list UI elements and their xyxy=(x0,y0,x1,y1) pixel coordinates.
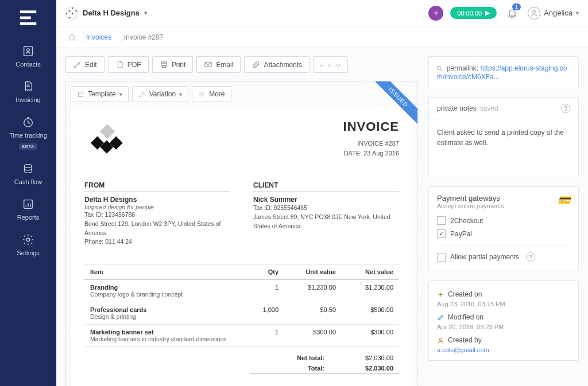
notifications-button[interactable]: 1 xyxy=(504,5,521,22)
sidebar: Contacts Invoicing Time tracking BETA Ca… xyxy=(0,0,56,386)
svg-point-6 xyxy=(25,165,32,168)
client-name: Nick Summer xyxy=(253,196,399,204)
from-block: FROM Delta H Designs Inspired design for… xyxy=(84,181,230,247)
notes-body[interactable]: Client asked to send a printed copy of t… xyxy=(429,119,578,177)
client-block: CLIENT Nick Summer Tax ID: 9255546465 Ja… xyxy=(253,181,399,247)
item-qty: 1 xyxy=(250,280,284,302)
sidebar-item-reports[interactable]: Reports xyxy=(0,192,56,228)
chevron-down-icon: ▾ xyxy=(576,10,579,16)
email-button[interactable]: Email xyxy=(196,56,241,73)
attachments-button[interactable]: Attachments xyxy=(244,56,310,73)
sidebar-item-timetracking[interactable]: Time tracking BETA xyxy=(0,110,56,157)
meta-label: Modified on xyxy=(448,313,483,321)
permalink-label: permalink: xyxy=(447,64,478,72)
org-logo-icon xyxy=(65,7,78,20)
item-net: $1,230.00 xyxy=(342,280,399,302)
col-net: Net value xyxy=(342,264,399,280)
metadata-panel: Created on Aug 23, 2016, 03:15 PM Modifi… xyxy=(428,280,579,361)
item-net: $500.00 xyxy=(342,302,399,325)
card-icon: 💳 xyxy=(558,194,570,206)
template-more-button[interactable]: More xyxy=(192,86,231,102)
from-tax: Tax ID: 123456788 xyxy=(84,210,230,220)
gateway-label: PayPal xyxy=(450,230,472,238)
timer-button[interactable]: 00:00:00 ▶ xyxy=(450,7,497,19)
user-menu[interactable]: Angelica ▾ xyxy=(528,7,579,20)
action-label: Edit xyxy=(85,61,97,69)
item-name: Professional cards xyxy=(90,306,244,313)
chevron-down-icon: ▾ xyxy=(144,10,147,16)
item-qty: 1 xyxy=(250,325,284,347)
tv-label: Variation xyxy=(149,90,176,98)
user-avatar-icon xyxy=(528,7,540,20)
gateway-2checkout[interactable]: 2Checkout xyxy=(437,214,570,227)
tv-label: More xyxy=(209,90,225,98)
checkbox-icon xyxy=(437,229,446,238)
sidebar-item-contacts[interactable]: Contacts xyxy=(0,39,56,75)
permalink-panel: ⚲ permalink: https://app.elorus-staging.… xyxy=(428,56,579,88)
svg-rect-0 xyxy=(20,10,37,13)
allow-partial-checkbox[interactable]: Allow partial payments ? xyxy=(437,250,570,264)
topbar: Delta H Designs ▾ + 00:00:00 ▶ 1 Angelic… xyxy=(56,0,588,26)
breadcrumb-label: Invoices xyxy=(86,33,111,41)
chevron-down-icon: ▾ xyxy=(179,91,182,98)
item-unit: $300.00 xyxy=(284,325,342,347)
allow-partial-label: Allow partial payments xyxy=(450,253,519,261)
created-on-row: Created on xyxy=(437,288,570,301)
item-unit: $0.50 xyxy=(284,302,342,325)
print-button[interactable]: Print xyxy=(152,56,194,73)
svg-rect-13 xyxy=(205,63,211,67)
item-name: Branding xyxy=(90,284,244,291)
help-icon[interactable]: ? xyxy=(561,104,570,113)
org-name: Delta H Designs xyxy=(83,9,140,17)
template-button[interactable]: Template ▾ xyxy=(71,86,129,102)
ribbon-label: ISSUED xyxy=(368,81,417,127)
action-label: Print xyxy=(172,61,186,69)
svg-rect-16 xyxy=(100,124,115,139)
created-by-value[interactable]: a.cole@gmail.com xyxy=(437,346,570,353)
app-logo[interactable] xyxy=(17,7,39,29)
sidebar-item-cashflow[interactable]: Cash flow xyxy=(0,157,56,192)
gateway-paypal[interactable]: PayPal xyxy=(437,227,570,240)
from-tagline: Inspired design for people xyxy=(84,204,230,210)
col-unit: Unit value xyxy=(284,264,342,280)
breadcrumb: Invoices Invoice #287 xyxy=(56,26,588,48)
item-net: $300.00 xyxy=(342,325,399,347)
sidebar-item-label: Cash flow xyxy=(14,178,42,185)
beta-badge: BETA xyxy=(19,143,37,150)
sidebar-item-invoicing[interactable]: Invoicing xyxy=(0,75,56,110)
user-name: Angelica xyxy=(544,9,572,17)
sidebar-item-label: Reports xyxy=(17,214,40,221)
notif-badge: 1 xyxy=(512,3,521,10)
totals-block: Net total: $2,030.00 Total: $2,030.00 xyxy=(250,353,399,374)
org-switcher[interactable]: Delta H Designs ▾ xyxy=(65,7,147,20)
client-address: James Street 89, NYC PO38 0JE New York, … xyxy=(253,213,399,231)
tv-label: Template xyxy=(88,90,116,98)
from-address: Bond Street 129, London W2 3PY, United S… xyxy=(84,220,230,238)
from-phone: Phone: 011 44 24 xyxy=(84,237,230,247)
edit-button[interactable]: Edit xyxy=(65,56,105,73)
item-desc: Company logo & branding concept xyxy=(90,291,244,298)
col-item: Item xyxy=(84,264,250,280)
sidebar-item-settings[interactable]: Settings xyxy=(0,228,56,263)
total-label: Total: xyxy=(256,365,347,372)
company-logo-icon xyxy=(84,119,130,165)
variation-button[interactable]: Variation ▾ xyxy=(132,86,188,102)
client-heading: CLIENT xyxy=(253,181,399,192)
client-tax: Tax ID: 9255546465 xyxy=(253,204,399,213)
items-table: Item Qty Unit value Net value BrandingCo… xyxy=(84,264,399,347)
chevron-down-icon: ▾ xyxy=(119,91,122,98)
item-desc: Design & printing xyxy=(90,313,244,320)
breadcrumb-invoices[interactable]: Invoices xyxy=(82,26,119,48)
checkbox-icon xyxy=(437,216,446,225)
item-desc: Marketing banners in industry standard d… xyxy=(90,336,244,342)
breadcrumb-home[interactable] xyxy=(65,26,82,48)
sidebar-item-label: Invoicing xyxy=(16,96,40,103)
help-icon[interactable]: ? xyxy=(526,252,535,262)
add-button[interactable]: + xyxy=(428,6,443,21)
col-qty: Qty xyxy=(250,264,284,280)
more-actions-button[interactable]: ○ ○ ○ xyxy=(313,56,347,73)
status-ribbon: ISSUED xyxy=(366,81,417,133)
pdf-button[interactable]: PDF xyxy=(108,56,149,73)
meta-label: Created by xyxy=(448,336,482,344)
gateways-sub: Accept online payments xyxy=(437,202,570,209)
